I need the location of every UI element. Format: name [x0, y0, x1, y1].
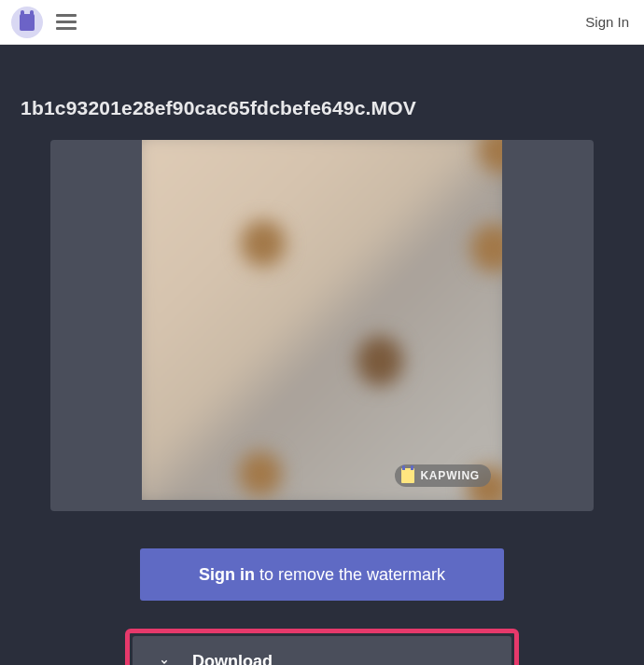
video-still-image: [142, 140, 502, 500]
download-button[interactable]: Download: [133, 636, 511, 665]
video-preview-panel: KAPWING: [50, 140, 594, 511]
signin-banner-strong: Sign in: [199, 565, 255, 585]
watermark-badge: KAPWING: [395, 464, 491, 487]
download-highlight-frame: Download: [125, 629, 519, 665]
signin-remove-watermark-button[interactable]: Sign in to remove the watermark: [140, 548, 504, 601]
download-icon: [157, 654, 172, 665]
file-title: 1b1c93201e28ef90cac65fdcbefe649c.MOV: [21, 97, 625, 119]
header-left: [11, 7, 80, 38]
app-header: Sign In: [0, 0, 644, 45]
kapwing-logo[interactable]: [11, 7, 43, 38]
page-content: 1b1c93201e28ef90cac65fdcbefe649c.MOV KAP…: [0, 45, 644, 665]
kapwing-logo-icon: [20, 14, 35, 31]
signin-banner-rest: to remove the watermark: [259, 565, 445, 585]
watermark-brand-text: KAPWING: [420, 469, 480, 482]
video-preview[interactable]: KAPWING: [142, 140, 502, 500]
signin-link[interactable]: Sign In: [581, 8, 633, 35]
kapwing-watermark-icon: [401, 468, 414, 483]
hamburger-menu-icon[interactable]: [52, 10, 80, 34]
download-button-label: Download: [192, 652, 273, 666]
